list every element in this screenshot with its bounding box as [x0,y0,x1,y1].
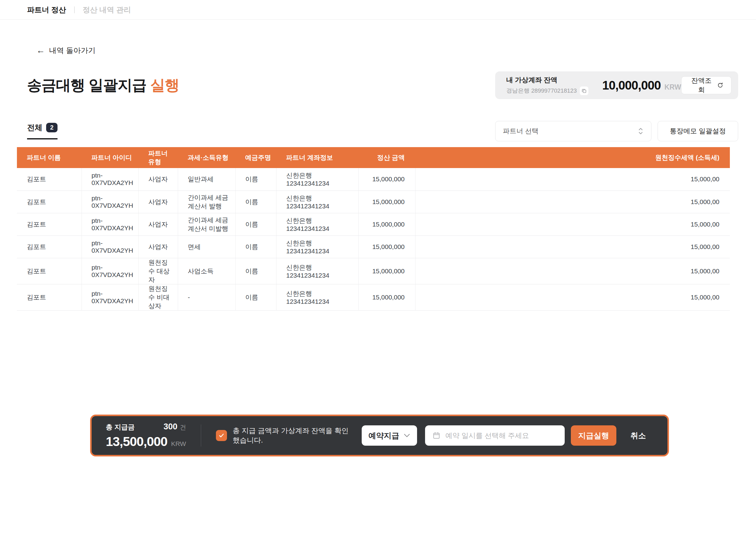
balance-amount: 10,000,000 KRW [602,78,681,92]
cell-tax-type: 사업소득 [178,258,235,284]
cell-account: 신한은행 123412341234 [276,236,358,258]
total-count: 300 [164,422,177,431]
cell-id: ptn-0X7VDXA2YH [82,190,138,213]
cell-holder: 이름 [235,258,276,284]
table-row[interactable]: 김포트ptn-0X7VDXA2YH원천징수 대상자사업소득이름신한은행 1234… [17,258,730,284]
cell-id: ptn-0X7VDXA2YH [82,168,138,190]
cell-tax-type: 간이과세 세금계산서 미발행 [178,213,235,236]
table-row[interactable]: 김포트ptn-0X7VDXA2YH사업자간이과세 세금계산서 미발행이름신한은행… [17,213,730,236]
cell-type: 사업자 [138,213,178,236]
cell-type: 사업자 [138,190,178,213]
column-header: 파트너 아이디 [82,147,138,168]
calendar-icon [432,432,441,439]
cell-name: 김포트 [17,213,82,236]
confirm-checkbox[interactable] [216,430,227,441]
table-row[interactable]: 김포트ptn-0X7VDXA2YH사업자일반과세이름신한은행 123412341… [17,168,730,190]
check-icon [218,433,225,438]
cell-name: 김포트 [17,190,82,213]
cell-withholding: 15,000,00 [415,190,730,213]
balance-account-number: 경남은행 28999770218123 [506,87,577,95]
table-row[interactable]: 김포트ptn-0X7VDXA2YH원천징수 비대상자-이름신한은행 123412… [17,284,730,310]
cell-id: ptn-0X7VDXA2YH [82,213,138,236]
cell-type: 원천징수 비대상자 [138,284,178,310]
cell-tax-type: 간이과세 세금계산서 발행 [178,190,235,213]
tab-all-label: 전체 [27,123,42,133]
column-header: 예금주명 [235,147,276,168]
nav-item-settlement-history[interactable]: 정산 내역 관리 [83,5,131,15]
cell-type: 원천징수 대상자 [138,258,178,284]
cell-withholding: 15,000,00 [415,258,730,284]
partner-select-placeholder: 파트너 선택 [503,126,539,136]
cell-name: 김포트 [17,236,82,258]
cell-account: 신한은행 123412341234 [276,213,358,236]
cell-id: ptn-0X7VDXA2YH [82,284,138,310]
virtual-account-balance-card: 내 가상계좌 잔액 경남은행 28999770218123 10,000,000… [495,71,738,99]
table-header: 파트너 이름파트너 아이디파트너 유형과세·소득유형예금주명파트너 계좌정보정산… [17,147,730,168]
tab-all[interactable]: 전체 2 [27,123,58,139]
execute-payment-button[interactable]: 지급실행 [571,425,616,446]
back-link[interactable]: ← 내역 돌아가기 [36,45,96,55]
cell-withholding: 15,000,00 [415,168,730,190]
cell-holder: 이름 [235,236,276,258]
cell-amount: 15,000,000 [358,213,415,236]
table-toolbar: 파트너 선택 통장메모 일괄설정 [495,121,738,141]
payment-type-value: 예약지급 [368,431,399,441]
cell-holder: 이름 [235,284,276,310]
back-link-label: 내역 돌아가기 [49,45,96,55]
column-header: 파트너 계좌정보 [276,147,358,168]
total-currency: KRW [171,440,186,447]
total-count-unit: 건 [180,424,186,431]
total-amount: 13,500,000 [106,434,167,449]
balance-check-label: 잔액조회 [689,76,714,95]
cancel-button[interactable]: 취소 [623,425,653,446]
nav-divider [74,7,75,13]
cell-account: 신한은행 123412341234 [276,190,358,213]
balance-amount-value: 10,000,000 [602,78,661,92]
cell-name: 김포트 [17,284,82,310]
partner-select-dropdown[interactable]: 파트너 선택 [495,121,651,141]
schedule-datetime-placeholder: 예약 일시를 선택해 주세요 [446,431,529,440]
cell-tax-type: - [178,284,235,310]
settlement-table: 파트너 이름파트너 아이디파트너 유형과세·소득유형예금주명파트너 계좌정보정산… [17,147,730,311]
top-nav: 파트너 정산 정산 내역 관리 [0,0,756,20]
cell-type: 사업자 [138,236,178,258]
refresh-icon [717,82,723,89]
cell-withholding: 15,000,00 [415,284,730,310]
page-title: 송금대행 일괄지급 실행 [27,75,179,95]
column-header: 파트너 이름 [17,147,82,168]
confirm-group: 총 지급 금액과 가상계좌 잔액을 확인했습니다. [216,426,350,445]
schedule-datetime-input[interactable]: 예약 일시를 선택해 주세요 [425,425,565,446]
balance-check-button[interactable]: 잔액조회 [681,76,731,94]
copy-account-button[interactable] [580,87,588,95]
column-header: 과세·소득유형 [178,147,235,168]
nav-item-partner-settlement[interactable]: 파트너 정산 [27,5,66,15]
column-header: 정산 금액 [358,147,415,168]
tab-all-count-badge: 2 [46,123,58,132]
total-payment-block: 총 지급금 300건 13,500,000 KRW [106,422,186,449]
footer-divider [201,424,202,447]
column-header: 파트너 유형 [138,147,178,168]
payment-action-bar: 총 지급금 300건 13,500,000 KRW 총 지급 금액과 가상계좌 … [90,414,669,457]
cell-account: 신한은행 123412341234 [276,168,358,190]
payment-type-dropdown[interactable]: 예약지급 [362,425,417,446]
cell-tax-type: 면세 [178,236,235,258]
balance-info: 내 가상계좌 잔액 경남은행 28999770218123 [506,75,599,95]
table-row[interactable]: 김포트ptn-0X7VDXA2YH사업자면세이름신한은행 12341234123… [17,236,730,258]
cell-account: 신한은행 123412341234 [276,258,358,284]
cell-holder: 이름 [235,190,276,213]
cell-tax-type: 일반과세 [178,168,235,190]
column-header: 원천징수세액 (소득세) [415,147,730,168]
copy-icon [581,88,586,93]
total-payment-label: 총 지급금 [106,423,135,432]
table-body: 김포트ptn-0X7VDXA2YH사업자일반과세이름신한은행 123412341… [17,168,730,310]
cell-holder: 이름 [235,168,276,190]
cell-id: ptn-0X7VDXA2YH [82,236,138,258]
chevron-down-icon [404,433,410,438]
cell-amount: 15,000,000 [358,168,415,190]
confirm-label: 총 지급 금액과 가상계좌 잔액을 확인했습니다. [232,426,350,445]
cell-withholding: 15,000,00 [415,236,730,258]
arrow-left-icon: ← [36,46,45,55]
balance-label: 내 가상계좌 잔액 [506,75,599,85]
table-row[interactable]: 김포트ptn-0X7VDXA2YH사업자간이과세 세금계산서 발행이름신한은행 … [17,190,730,213]
bankbook-memo-batch-button[interactable]: 통장메모 일괄설정 [658,121,738,141]
